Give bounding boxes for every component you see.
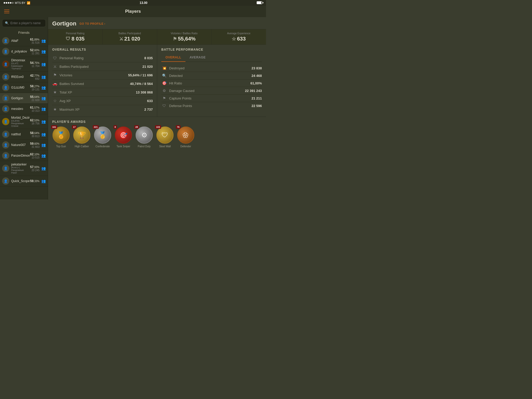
carrier-label: MTS BY — [15, 1, 25, 4]
award-item[interactable]: 103 🛡 Steel Wall — [156, 126, 174, 148]
victories-number: 55,64% — [178, 36, 196, 42]
awards-title: PLAYER'S AWARDS — [52, 120, 262, 124]
friend-item[interactable]: 👤 AltaF 61,89% 31 516 👥 — [0, 36, 48, 46]
victories-label: Victories / Battles Ratio — [160, 32, 208, 35]
awards-row: 161 🏅 Top Gun 17 🏆 High Caliber 221 🥇 Co… — [52, 126, 262, 148]
friend-item[interactable]: 👤 Quick_Scope 59,33% 👥 — [0, 176, 48, 187]
friend-battles: 20 245 — [30, 169, 39, 172]
stat-avg-exp: Average Experience ☆ 633 — [211, 29, 266, 44]
award-badge: 17 🏆 — [73, 126, 91, 144]
awards-section: PLAYER'S AWARDS 161 🏅 Top Gun 17 🏆 High … — [48, 117, 266, 151]
person-icon: 👤 — [4, 167, 8, 170]
award-item[interactable]: 76 🏵 Defender — [177, 126, 195, 148]
friend-name: Morbid_Dezir — [11, 116, 28, 119]
friend-add-icon[interactable]: 👥 — [41, 119, 46, 124]
friend-stats: 54,75% 11 704 — [30, 61, 39, 68]
friend-pct: 57,93% — [30, 165, 39, 169]
friends-list: 👤 AltaF 61,89% 31 516 👥 👤 d_polyakov 52,… — [0, 36, 48, 187]
friend-item[interactable]: 👤 PanzerDimon 62,10% 13 515 👥 — [0, 150, 48, 161]
friend-add-icon[interactable]: 👥 — [41, 62, 46, 66]
main-layout: 🔍 Friends 👤 AltaF 61,89% 31 516 👥 👤 d_po… — [0, 17, 266, 200]
search-box[interactable]: 🔍 — [2, 19, 46, 27]
friend-item[interactable]: 👤 Morbid_Dezir |OLENI| Рендомные Олени 6… — [0, 114, 48, 129]
friend-stats: 57,93% 20 245 — [30, 165, 39, 172]
search-input[interactable] — [10, 21, 43, 25]
friend-clan: |GL4T| Камикадзе "Галчата" — [11, 62, 28, 70]
friend-info: Dimonnax |GL4T| Камикадзе "Галчата" — [11, 58, 28, 70]
hamburger-line1 — [4, 10, 9, 10]
friend-pct-small: ,57% — [34, 106, 39, 109]
friend-add-icon[interactable]: 👥 — [41, 143, 46, 147]
friend-add-icon[interactable]: 👥 — [41, 85, 46, 90]
friend-add-icon[interactable]: 👥 — [41, 166, 46, 170]
friend-add-icon[interactable]: 👥 — [41, 49, 46, 54]
overall-row-icon: 🚗 — [52, 81, 57, 86]
friend-pct-small: ,77% — [34, 74, 39, 77]
friend-name: AltaF — [11, 39, 28, 43]
friend-item[interactable]: 👤 Dimonnax |GL4T| Камикадзе "Галчата" 54… — [0, 57, 48, 72]
friend-item[interactable]: 👤 messbro 61,57% 10 313 👥 — [0, 104, 48, 114]
friend-pct-small: ,60% — [34, 49, 39, 52]
battery-indicator — [257, 1, 262, 5]
award-item[interactable]: 17 🏆 High Caliber — [73, 126, 91, 148]
signal-dots — [4, 2, 14, 4]
friend-battles: 16 756 — [30, 122, 39, 125]
friend-pct-small: ,33% — [34, 180, 39, 183]
friend-pct-big: 59 — [30, 142, 34, 145]
person-icon: 👤 — [4, 39, 8, 43]
tab-overall[interactable]: OVERALL — [161, 54, 185, 62]
friend-clan: |OLENI| Рендомные Олени — [11, 119, 28, 127]
content-panel: Gortigon GO TO PROFILE › Personal Rating… — [48, 17, 266, 200]
medal-icon: ⚙ — [141, 131, 147, 139]
go-to-profile-button[interactable]: GO TO PROFILE › — [79, 22, 105, 25]
award-name: Top Gun — [56, 145, 66, 148]
friend-add-icon[interactable]: 👥 — [41, 39, 46, 43]
friend-item[interactable]: 👤 d_polyakov 52,60% 11 281 👥 — [0, 46, 48, 57]
award-item[interactable]: 221 🥇 Confederate — [94, 126, 111, 148]
friend-name: messbro — [11, 107, 28, 111]
friend-pct-big: 54 — [30, 61, 34, 65]
friend-pct-big: 52 — [30, 48, 34, 52]
award-item[interactable]: 161 🏅 Top Gun — [52, 126, 70, 148]
friend-add-icon[interactable]: 👥 — [41, 179, 46, 183]
friend-pct: 52,60% — [30, 48, 39, 52]
award-count: 28 — [134, 125, 139, 129]
friend-name: d_polyakov — [11, 50, 28, 53]
friend-add-icon[interactable]: 👥 — [41, 107, 46, 111]
friend-avatar: 👤 — [2, 118, 9, 125]
award-badge: 8 🎯 — [115, 126, 132, 144]
friend-add-icon[interactable]: 👥 — [41, 75, 46, 79]
award-name: Patrol Duty — [138, 145, 150, 148]
perf-row-value: 24 468 — [251, 74, 262, 78]
award-item[interactable]: 8 🎯 Tank Sniper — [115, 126, 132, 148]
friend-avatar: 👤 — [2, 48, 9, 55]
tab-average[interactable]: AVERAGE — [185, 54, 210, 62]
overall-row-label: Maximum XP — [59, 108, 142, 111]
person-icon: 👤 — [4, 50, 8, 54]
friend-add-icon[interactable]: 👥 — [41, 96, 46, 100]
friend-pct-big: 61 — [30, 106, 34, 109]
friend-name: Quick_Scope — [11, 179, 28, 183]
stats-row: Personal Rating 🛡 8 035 Battles Particip… — [48, 29, 266, 45]
friend-add-icon[interactable]: 👥 — [41, 154, 46, 158]
award-item[interactable]: 28 ⚙ Patrol Duty — [135, 126, 153, 148]
person-icon: 👤 — [4, 62, 8, 66]
perf-row-icon: 🔍 — [161, 74, 167, 78]
friend-info: AltaF — [11, 39, 28, 43]
friend-item[interactable]: 👤 fREEon0 42,77% 692 👥 — [0, 72, 48, 82]
friend-item[interactable]: 👤 pekatanker |RAKU-| Рандомные Раки! 57,… — [0, 161, 48, 176]
friend-add-icon[interactable]: 👥 — [41, 132, 46, 136]
friend-item[interactable]: 👤 nattfod 58,64% 30 813 👥 — [0, 129, 48, 140]
perf-row-value: 22 596 — [251, 104, 262, 108]
chevron-right-icon: › — [104, 22, 105, 25]
friend-item[interactable]: 👤 G1zzzM0 58,27% 19 131 👥 — [0, 82, 48, 93]
friend-item[interactable]: 👤 Nature007 59,60% 31 663 👥 — [0, 140, 48, 150]
friend-item[interactable]: 👤 Gortigon 55,64% 21 020 👥 — [0, 93, 48, 104]
award-count: 8 — [114, 125, 117, 129]
overall-row-label: Battles Participated — [59, 65, 140, 69]
perf-rows: 💥 Destroyed 23 838 🔍 Detected 24 468 🎯 H… — [161, 64, 262, 109]
overall-rows: 🛡 Personal Rating 8 035 ⚔ Battles Partic… — [52, 54, 153, 114]
friend-pct-big: 62 — [30, 118, 34, 122]
friend-info: Quick_Scope — [11, 179, 28, 183]
menu-button[interactable] — [4, 10, 9, 13]
